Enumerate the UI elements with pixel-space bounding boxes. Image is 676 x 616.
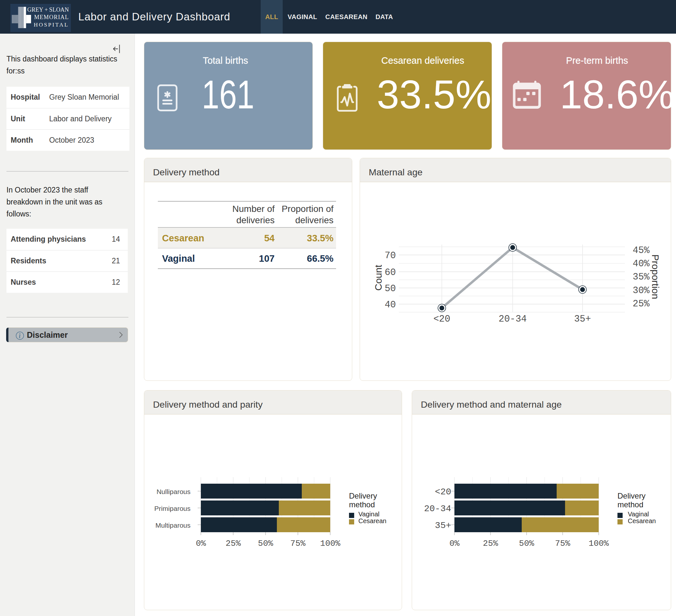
- svg-text:100%: 100%: [320, 539, 341, 548]
- svg-text:35+: 35+: [574, 314, 591, 325]
- svg-text:Proportion of: Proportion of: [282, 204, 334, 214]
- svg-text:33.5%: 33.5%: [307, 233, 333, 243]
- svg-text:Vaginal: Vaginal: [162, 253, 195, 264]
- svg-text:Delivery: Delivery: [349, 492, 377, 500]
- svg-text:60: 60: [385, 267, 396, 278]
- svg-text:40: 40: [385, 299, 396, 310]
- svg-text:50: 50: [385, 283, 396, 294]
- svg-text:75%: 75%: [555, 539, 570, 548]
- svg-text:54: 54: [264, 233, 275, 243]
- svg-text:75%: 75%: [290, 539, 306, 548]
- svg-text:35%: 35%: [633, 272, 650, 282]
- svg-text:<20: <20: [434, 314, 450, 325]
- svg-text:method: method: [349, 500, 375, 509]
- svg-text:40%: 40%: [633, 259, 650, 269]
- svg-text:50%: 50%: [258, 539, 273, 548]
- svg-text:66.5%: 66.5%: [307, 253, 333, 264]
- svg-text:100%: 100%: [589, 539, 609, 548]
- svg-text:Cesarean: Cesarean: [358, 517, 387, 524]
- svg-text:30%: 30%: [633, 285, 650, 296]
- svg-text:Cesarean: Cesarean: [628, 517, 656, 524]
- svg-text:Nulliparous: Nulliparous: [157, 488, 190, 495]
- svg-text:Delivery: Delivery: [617, 492, 645, 500]
- svg-text:<20: <20: [435, 487, 451, 497]
- svg-text:50%: 50%: [519, 539, 534, 548]
- svg-text:70: 70: [385, 250, 396, 261]
- svg-text:deliveries: deliveries: [295, 215, 333, 225]
- svg-text:Multiparous: Multiparous: [155, 521, 190, 529]
- svg-text:0%: 0%: [449, 539, 460, 548]
- svg-text:35+: 35+: [435, 520, 451, 530]
- svg-text:Primiparous: Primiparous: [154, 505, 190, 512]
- svg-text:25%: 25%: [483, 539, 498, 548]
- svg-text:Number of: Number of: [232, 204, 275, 214]
- svg-text:Cesarean: Cesarean: [162, 233, 205, 243]
- svg-text:107: 107: [259, 253, 275, 264]
- svg-text:Vaginal: Vaginal: [628, 510, 649, 518]
- svg-text:Count: Count: [373, 265, 384, 291]
- svg-text:Proportion: Proportion: [650, 254, 661, 299]
- svg-text:deliveries: deliveries: [236, 215, 275, 225]
- svg-text:25%: 25%: [633, 299, 650, 309]
- svg-text:20-34: 20-34: [498, 314, 526, 325]
- svg-text:Vaginal: Vaginal: [358, 510, 379, 518]
- svg-text:0%: 0%: [196, 539, 206, 548]
- svg-text:20-34: 20-34: [424, 504, 451, 514]
- svg-text:45%: 45%: [633, 245, 650, 256]
- svg-text:method: method: [617, 500, 643, 509]
- svg-text:25%: 25%: [226, 539, 241, 548]
